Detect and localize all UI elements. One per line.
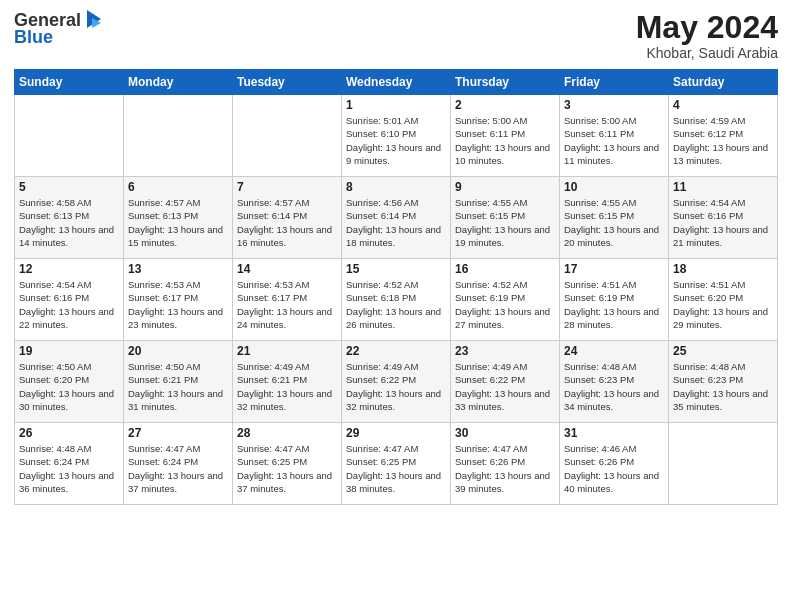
table-row: 20 Sunrise: 4:50 AMSunset: 6:21 PMDaylig… xyxy=(124,341,233,423)
day-number: 11 xyxy=(673,180,773,194)
day-info: Sunrise: 4:58 AMSunset: 6:13 PMDaylight:… xyxy=(19,197,114,248)
table-row: 3 Sunrise: 5:00 AMSunset: 6:11 PMDayligh… xyxy=(560,95,669,177)
day-info: Sunrise: 4:48 AMSunset: 6:24 PMDaylight:… xyxy=(19,443,114,494)
month-year-title: May 2024 xyxy=(636,10,778,45)
day-info: Sunrise: 4:49 AMSunset: 6:21 PMDaylight:… xyxy=(237,361,332,412)
table-row: 17 Sunrise: 4:51 AMSunset: 6:19 PMDaylig… xyxy=(560,259,669,341)
logo: General Blue xyxy=(14,10,105,48)
table-row: 24 Sunrise: 4:48 AMSunset: 6:23 PMDaylig… xyxy=(560,341,669,423)
page-container: General Blue May 2024 Khobar, Saudi Arab… xyxy=(0,0,792,513)
day-info: Sunrise: 4:51 AMSunset: 6:20 PMDaylight:… xyxy=(673,279,768,330)
day-number: 5 xyxy=(19,180,119,194)
day-info: Sunrise: 4:47 AMSunset: 6:25 PMDaylight:… xyxy=(346,443,441,494)
table-row: 9 Sunrise: 4:55 AMSunset: 6:15 PMDayligh… xyxy=(451,177,560,259)
table-row: 29 Sunrise: 4:47 AMSunset: 6:25 PMDaylig… xyxy=(342,423,451,505)
day-number: 10 xyxy=(564,180,664,194)
day-info: Sunrise: 4:46 AMSunset: 6:26 PMDaylight:… xyxy=(564,443,659,494)
table-row xyxy=(233,95,342,177)
calendar-week-row: 26 Sunrise: 4:48 AMSunset: 6:24 PMDaylig… xyxy=(15,423,778,505)
table-row: 18 Sunrise: 4:51 AMSunset: 6:20 PMDaylig… xyxy=(669,259,778,341)
table-row: 26 Sunrise: 4:48 AMSunset: 6:24 PMDaylig… xyxy=(15,423,124,505)
table-row: 8 Sunrise: 4:56 AMSunset: 6:14 PMDayligh… xyxy=(342,177,451,259)
table-row: 13 Sunrise: 4:53 AMSunset: 6:17 PMDaylig… xyxy=(124,259,233,341)
location-subtitle: Khobar, Saudi Arabia xyxy=(636,45,778,61)
day-info: Sunrise: 4:57 AMSunset: 6:13 PMDaylight:… xyxy=(128,197,223,248)
table-row: 28 Sunrise: 4:47 AMSunset: 6:25 PMDaylig… xyxy=(233,423,342,505)
col-saturday: Saturday xyxy=(669,70,778,95)
day-number: 20 xyxy=(128,344,228,358)
day-info: Sunrise: 4:55 AMSunset: 6:15 PMDaylight:… xyxy=(564,197,659,248)
table-row: 6 Sunrise: 4:57 AMSunset: 6:13 PMDayligh… xyxy=(124,177,233,259)
day-number: 23 xyxy=(455,344,555,358)
day-number: 24 xyxy=(564,344,664,358)
day-number: 28 xyxy=(237,426,337,440)
day-number: 4 xyxy=(673,98,773,112)
day-info: Sunrise: 5:01 AMSunset: 6:10 PMDaylight:… xyxy=(346,115,441,166)
day-number: 18 xyxy=(673,262,773,276)
logo-text-blue: Blue xyxy=(14,27,53,48)
table-row: 23 Sunrise: 4:49 AMSunset: 6:22 PMDaylig… xyxy=(451,341,560,423)
day-info: Sunrise: 5:00 AMSunset: 6:11 PMDaylight:… xyxy=(455,115,550,166)
calendar-week-row: 19 Sunrise: 4:50 AMSunset: 6:20 PMDaylig… xyxy=(15,341,778,423)
day-info: Sunrise: 4:57 AMSunset: 6:14 PMDaylight:… xyxy=(237,197,332,248)
table-row: 27 Sunrise: 4:47 AMSunset: 6:24 PMDaylig… xyxy=(124,423,233,505)
day-info: Sunrise: 4:49 AMSunset: 6:22 PMDaylight:… xyxy=(346,361,441,412)
day-number: 3 xyxy=(564,98,664,112)
table-row: 22 Sunrise: 4:49 AMSunset: 6:22 PMDaylig… xyxy=(342,341,451,423)
col-sunday: Sunday xyxy=(15,70,124,95)
table-row: 2 Sunrise: 5:00 AMSunset: 6:11 PMDayligh… xyxy=(451,95,560,177)
calendar-week-row: 1 Sunrise: 5:01 AMSunset: 6:10 PMDayligh… xyxy=(15,95,778,177)
day-info: Sunrise: 4:59 AMSunset: 6:12 PMDaylight:… xyxy=(673,115,768,166)
day-number: 2 xyxy=(455,98,555,112)
day-number: 1 xyxy=(346,98,446,112)
day-number: 15 xyxy=(346,262,446,276)
day-info: Sunrise: 4:51 AMSunset: 6:19 PMDaylight:… xyxy=(564,279,659,330)
day-info: Sunrise: 4:50 AMSunset: 6:20 PMDaylight:… xyxy=(19,361,114,412)
table-row: 25 Sunrise: 4:48 AMSunset: 6:23 PMDaylig… xyxy=(669,341,778,423)
day-info: Sunrise: 4:50 AMSunset: 6:21 PMDaylight:… xyxy=(128,361,223,412)
table-row xyxy=(124,95,233,177)
day-info: Sunrise: 5:00 AMSunset: 6:11 PMDaylight:… xyxy=(564,115,659,166)
day-number: 19 xyxy=(19,344,119,358)
day-number: 30 xyxy=(455,426,555,440)
table-row xyxy=(15,95,124,177)
day-info: Sunrise: 4:47 AMSunset: 6:26 PMDaylight:… xyxy=(455,443,550,494)
day-number: 29 xyxy=(346,426,446,440)
day-info: Sunrise: 4:53 AMSunset: 6:17 PMDaylight:… xyxy=(237,279,332,330)
day-info: Sunrise: 4:52 AMSunset: 6:18 PMDaylight:… xyxy=(346,279,441,330)
col-tuesday: Tuesday xyxy=(233,70,342,95)
day-number: 8 xyxy=(346,180,446,194)
col-friday: Friday xyxy=(560,70,669,95)
day-number: 26 xyxy=(19,426,119,440)
day-info: Sunrise: 4:55 AMSunset: 6:15 PMDaylight:… xyxy=(455,197,550,248)
day-info: Sunrise: 4:53 AMSunset: 6:17 PMDaylight:… xyxy=(128,279,223,330)
table-row: 10 Sunrise: 4:55 AMSunset: 6:15 PMDaylig… xyxy=(560,177,669,259)
day-info: Sunrise: 4:56 AMSunset: 6:14 PMDaylight:… xyxy=(346,197,441,248)
day-number: 27 xyxy=(128,426,228,440)
table-row: 1 Sunrise: 5:01 AMSunset: 6:10 PMDayligh… xyxy=(342,95,451,177)
day-number: 6 xyxy=(128,180,228,194)
col-thursday: Thursday xyxy=(451,70,560,95)
day-number: 21 xyxy=(237,344,337,358)
day-number: 12 xyxy=(19,262,119,276)
calendar-week-row: 12 Sunrise: 4:54 AMSunset: 6:16 PMDaylig… xyxy=(15,259,778,341)
day-info: Sunrise: 4:47 AMSunset: 6:24 PMDaylight:… xyxy=(128,443,223,494)
day-info: Sunrise: 4:54 AMSunset: 6:16 PMDaylight:… xyxy=(19,279,114,330)
calendar-header-row: Sunday Monday Tuesday Wednesday Thursday… xyxy=(15,70,778,95)
table-row: 5 Sunrise: 4:58 AMSunset: 6:13 PMDayligh… xyxy=(15,177,124,259)
day-number: 9 xyxy=(455,180,555,194)
day-info: Sunrise: 4:48 AMSunset: 6:23 PMDaylight:… xyxy=(564,361,659,412)
logo-icon xyxy=(83,10,105,30)
day-info: Sunrise: 4:49 AMSunset: 6:22 PMDaylight:… xyxy=(455,361,550,412)
day-number: 13 xyxy=(128,262,228,276)
day-number: 22 xyxy=(346,344,446,358)
day-number: 7 xyxy=(237,180,337,194)
table-row: 21 Sunrise: 4:49 AMSunset: 6:21 PMDaylig… xyxy=(233,341,342,423)
table-row: 7 Sunrise: 4:57 AMSunset: 6:14 PMDayligh… xyxy=(233,177,342,259)
day-info: Sunrise: 4:54 AMSunset: 6:16 PMDaylight:… xyxy=(673,197,768,248)
table-row: 14 Sunrise: 4:53 AMSunset: 6:17 PMDaylig… xyxy=(233,259,342,341)
table-row: 31 Sunrise: 4:46 AMSunset: 6:26 PMDaylig… xyxy=(560,423,669,505)
title-block: May 2024 Khobar, Saudi Arabia xyxy=(636,10,778,61)
header: General Blue May 2024 Khobar, Saudi Arab… xyxy=(14,10,778,61)
day-number: 25 xyxy=(673,344,773,358)
